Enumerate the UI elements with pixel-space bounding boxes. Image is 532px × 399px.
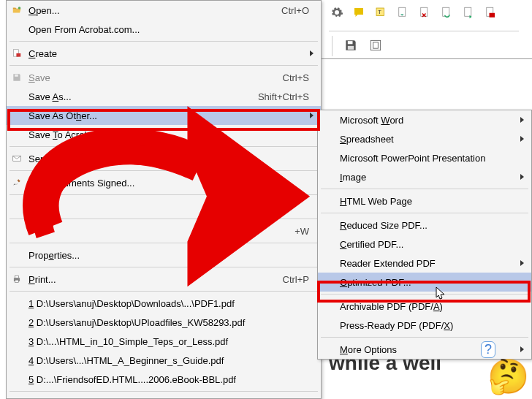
menu-item-label: Optimized PDF...	[340, 277, 525, 288]
page-refresh-icon[interactable]	[438, 4, 455, 20]
svg-rect-11	[373, 42, 379, 48]
menu-item-label: Certified PDF...	[340, 239, 525, 250]
menu-item-label: Spreadsheet	[340, 134, 525, 145]
svg-rect-8	[348, 41, 353, 44]
menu-separator	[10, 391, 318, 392]
file-menu-item-recent4[interactable]: 4 D:\Users\...\HTML_A_Beginner_s_Guide.p…	[7, 351, 321, 370]
submenu-arrow-icon	[520, 346, 524, 352]
menu-item-label: 4 D:\Users\...\HTML_A_Beginner_s_Guide.p…	[28, 355, 315, 366]
page-x-icon[interactable]	[417, 4, 433, 20]
file-menu-item-open[interactable]: Open...Ctrl+O	[7, 1, 321, 20]
note-icon[interactable]: T	[373, 4, 389, 20]
submenu-arrow-icon	[520, 260, 524, 266]
menu-item-shortcut: Ctrl+P	[283, 274, 315, 285]
file-menu-item-send-file[interactable]: Send File...	[7, 149, 321, 168]
menu-item-label: Create	[28, 48, 315, 59]
menu-item-shortcut: +W	[294, 226, 315, 237]
file-menu-item-open-acrobat[interactable]: Open From Acrobat.com...	[7, 20, 321, 39]
submenu-item-ms-word[interactable]: Microsoft Word	[318, 110, 531, 129]
secondary-toolbar	[329, 31, 519, 56]
menu-item-label: Save As...	[28, 91, 258, 102]
fit-page-icon[interactable]	[366, 36, 385, 55]
menu-item-label: Re	[28, 202, 315, 213]
svg-rect-5	[465, 7, 471, 16]
menu-separator	[10, 291, 318, 292]
menu-item-label: Open From Acrobat.com...	[28, 24, 315, 35]
file-menu-item-save-acrobat[interactable]: Save To Acrobat.com...	[7, 125, 321, 144]
menu-separator	[10, 267, 318, 267]
top-toolbar: T	[329, 4, 498, 20]
submenu-item-reduced[interactable]: Reduced Size PDF...	[318, 216, 531, 235]
menu-item-label: Save As Other...	[28, 110, 315, 121]
file-menu-item-recent2[interactable]: 2 D:\Users\anuj\Desktop\UPloadfiles_KW58…	[7, 313, 321, 332]
submenu-item-image[interactable]: Image	[318, 167, 531, 186]
menu-item-label: Properties...	[28, 250, 315, 261]
save-disabled-icon	[11, 72, 23, 83]
menu-item-label: 1 D:\Users\anuj\Desktop\Downloads\...\PD…	[28, 298, 315, 309]
file-menu-item-print[interactable]: Print...Ctrl+P	[7, 270, 321, 289]
page-pdf-icon[interactable]	[482, 4, 498, 20]
page-down-icon[interactable]	[395, 4, 411, 20]
menu-separator	[10, 243, 318, 243]
gear-icon[interactable]	[329, 4, 345, 20]
submenu-arrow-icon	[310, 50, 314, 56]
svg-point-12	[18, 7, 21, 10]
question-bubble: ?	[481, 341, 495, 358]
menu-separator	[10, 218, 318, 219]
file-menu-item-get-signed[interactable]: Get Documents Signed...	[7, 173, 321, 192]
menu-separator	[321, 294, 528, 294]
file-menu-item-recent1[interactable]: 1 D:\Users\anuj\Desktop\Downloads\...\PD…	[7, 294, 321, 313]
submenu-item-html-page[interactable]: HTML Web Page	[318, 191, 531, 210]
menu-item-label: Archivable PDF (PDF/A)	[340, 301, 525, 312]
menu-item-label: Press-Ready PDF (PDF/X)	[340, 320, 525, 331]
file-menu-item-close[interactable]: +W	[7, 221, 321, 240]
menu-item-label: Send File...	[28, 153, 315, 164]
file-menu-item-revert[interactable]: Re	[7, 197, 321, 216]
sign-icon	[11, 177, 23, 189]
svg-rect-18	[15, 276, 19, 278]
menu-item-label: Save To Acrobat.com...	[28, 129, 315, 140]
file-menu-item-create[interactable]: Create	[7, 44, 321, 63]
submenu-item-spreadsheet[interactable]: Spreadsheet	[318, 129, 531, 148]
file-menu-item-save: SaveCtrl+S	[7, 68, 321, 87]
menu-separator	[10, 41, 318, 42]
file-menu-item-recent3[interactable]: 3 D:\...\HTML_in_10_Simple_Teps_or_Less.…	[7, 332, 321, 351]
menu-item-label: Microsoft PowerPoint Presentation	[340, 153, 525, 164]
svg-rect-10	[370, 40, 380, 50]
save-icon[interactable]	[341, 36, 360, 55]
menu-item-label: Save	[28, 72, 283, 83]
submenu-item-ms-ppt[interactable]: Microsoft PowerPoint Presentation	[318, 148, 531, 167]
menu-item-label: Image	[340, 172, 525, 183]
menu-item-label: Get Documents Signed...	[28, 178, 315, 189]
submenu-item-optimized[interactable]: Optimized PDF...	[318, 273, 531, 292]
svg-rect-14	[16, 53, 20, 57]
submenu-item-archivable[interactable]: Archivable PDF (PDF/A)	[318, 297, 531, 316]
menu-separator	[321, 213, 528, 213]
folder-open-icon	[11, 4, 23, 16]
file-menu-item-save-as[interactable]: Save As...Shift+Ctrl+S	[7, 87, 321, 106]
file-menu-item-save-as-other[interactable]: Save As Other...	[7, 106, 321, 125]
toolbar-separator	[332, 36, 332, 56]
submenu-arrow-icon	[520, 117, 524, 123]
comment-icon[interactable]	[351, 4, 367, 20]
menu-item-label: Open...	[28, 5, 281, 16]
page-export-icon[interactable]	[460, 4, 476, 20]
menu-item-label: 3 D:\...\HTML_in_10_Simple_Teps_or_Less.…	[28, 336, 315, 347]
menu-item-label: Print...	[28, 274, 283, 285]
menu-item-label: Reduced Size PDF...	[340, 220, 525, 231]
file-menu-item-recent5[interactable]: 5 D:...\FriendsofED.HTML....2006.eBook-B…	[7, 370, 321, 389]
menu-separator	[321, 337, 528, 338]
file-menu-item-properties[interactable]: Properties...	[7, 246, 321, 265]
menu-item-shortcut: Ctrl+O	[281, 5, 315, 16]
file-menu: Open...Ctrl+OOpen From Acrobat.com...Cre…	[6, 0, 322, 399]
menu-separator	[10, 146, 318, 147]
menu-separator	[10, 65, 318, 66]
submenu-item-press-ready[interactable]: Press-Ready PDF (PDF/X)	[318, 316, 531, 335]
menu-item-label: 2 D:\Users\anuj\Desktop\UPloadfiles_KW58…	[28, 317, 315, 328]
menu-item-label: Reader Extended PDF	[340, 258, 525, 269]
save-as-other-submenu: Microsoft WordSpreadsheetMicrosoft Power…	[317, 110, 532, 360]
submenu-arrow-icon	[310, 113, 314, 118]
menu-item-shortcut: Shift+Ctrl+S	[258, 91, 315, 102]
submenu-item-reader-ext[interactable]: Reader Extended PDF	[318, 254, 531, 273]
submenu-item-certified[interactable]: Certified PDF...	[318, 235, 531, 254]
